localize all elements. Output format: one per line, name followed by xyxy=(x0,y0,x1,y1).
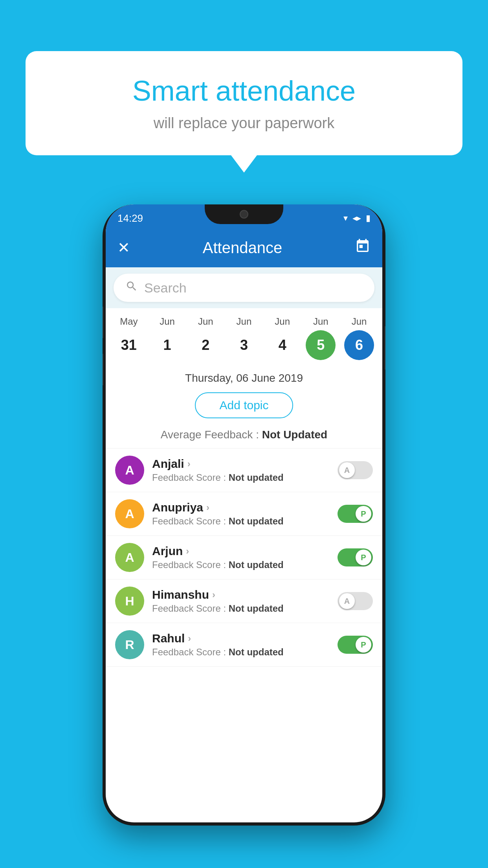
search-bar[interactable]: Search xyxy=(114,274,374,302)
student-info: Himanshu ›Feedback Score : Not updated xyxy=(152,588,330,614)
feedback-value: Not updated xyxy=(229,647,284,657)
cal-month-label: May xyxy=(120,316,138,327)
battery-icon: ▮ xyxy=(366,213,371,223)
phone-screen: 14:29 ▾ ◂▸ ▮ ✕ Attendance xyxy=(106,204,382,822)
app-bar: ✕ Attendance xyxy=(106,228,382,267)
phone-wrapper: 14:29 ▾ ◂▸ ▮ ✕ Attendance xyxy=(103,204,385,826)
phone-notch xyxy=(205,204,283,224)
avg-feedback-value: Not Updated xyxy=(262,428,327,441)
speech-bubble: Smart attendance will replace your paper… xyxy=(26,51,462,155)
student-item[interactable]: AAnupriya ›Feedback Score : Not updatedP xyxy=(106,492,382,536)
cal-date-number[interactable]: 4 xyxy=(268,330,297,360)
cal-month-label: Jun xyxy=(313,316,328,327)
calendar-button[interactable] xyxy=(355,238,371,257)
bubble-subtitle: will replace your paperwork xyxy=(57,115,431,132)
cal-month-label: Jun xyxy=(237,316,252,327)
calendar-day[interactable]: Jun4 xyxy=(265,316,300,360)
attendance-toggle[interactable]: P xyxy=(338,636,373,654)
student-info: Rahul ›Feedback Score : Not updated xyxy=(152,632,330,658)
calendar-day[interactable]: Jun2 xyxy=(188,316,223,360)
signal-icon: ◂▸ xyxy=(352,213,361,223)
student-chevron: › xyxy=(206,502,209,513)
volume-up-button[interactable] xyxy=(103,307,103,338)
student-name: Anjali › xyxy=(152,457,330,471)
student-name: Anupriya › xyxy=(152,501,330,514)
calendar-day[interactable]: May31 xyxy=(111,316,147,360)
toggle-thumb: A xyxy=(339,462,355,478)
toggle-thumb: A xyxy=(339,593,355,609)
selected-date: Thursday, 06 June 2019 xyxy=(106,364,382,389)
student-avatar: A xyxy=(115,543,144,572)
student-info: Arjun ›Feedback Score : Not updated xyxy=(152,544,330,570)
student-item[interactable]: RRahul ›Feedback Score : Not updatedP xyxy=(106,623,382,667)
cal-date-number[interactable]: 1 xyxy=(152,330,182,360)
student-chevron: › xyxy=(187,458,191,469)
status-time: 14:29 xyxy=(117,212,143,224)
cal-date-number[interactable]: 2 xyxy=(191,330,220,360)
power-button[interactable] xyxy=(385,326,385,370)
cal-date-number[interactable]: 5 xyxy=(306,330,336,360)
toggle-container[interactable]: P xyxy=(338,548,373,566)
add-topic-section: Add topic xyxy=(106,389,382,425)
feedback-value: Not updated xyxy=(229,472,284,483)
calendar-day[interactable]: Jun6 xyxy=(341,316,377,360)
close-button[interactable]: ✕ xyxy=(117,239,130,256)
attendance-toggle[interactable]: A xyxy=(338,461,373,479)
student-name: Himanshu › xyxy=(152,588,330,601)
cal-date-number[interactable]: 31 xyxy=(114,330,144,360)
student-avatar: H xyxy=(115,587,144,616)
wifi-icon: ▾ xyxy=(343,213,348,223)
app-bar-title: Attendance xyxy=(203,239,282,257)
student-feedback: Feedback Score : Not updated xyxy=(152,559,330,570)
cal-month-label: Jun xyxy=(352,316,367,327)
student-item[interactable]: AAnjali ›Feedback Score : Not updatedA xyxy=(106,449,382,492)
student-feedback: Feedback Score : Not updated xyxy=(152,647,330,658)
student-chevron: › xyxy=(212,589,215,600)
speech-bubble-area: Smart attendance will replace your paper… xyxy=(26,51,462,155)
student-feedback: Feedback Score : Not updated xyxy=(152,516,330,527)
student-chevron: › xyxy=(186,546,189,557)
add-topic-button[interactable]: Add topic xyxy=(195,392,293,418)
student-list: AAnjali ›Feedback Score : Not updatedAAA… xyxy=(106,449,382,667)
toggle-container[interactable]: P xyxy=(338,505,373,523)
toggle-container[interactable]: A xyxy=(338,461,373,479)
attendance-toggle[interactable]: A xyxy=(338,592,373,610)
toggle-container[interactable]: A xyxy=(338,592,373,610)
cal-month-label: Jun xyxy=(198,316,213,327)
student-feedback: Feedback Score : Not updated xyxy=(152,472,330,483)
student-avatar: A xyxy=(115,456,144,485)
student-feedback: Feedback Score : Not updated xyxy=(152,603,330,614)
phone-outer: 14:29 ▾ ◂▸ ▮ ✕ Attendance xyxy=(103,204,385,826)
avg-feedback-label: Average Feedback : xyxy=(161,428,262,441)
search-placeholder: Search xyxy=(144,280,187,296)
feedback-value: Not updated xyxy=(229,559,284,570)
feedback-value: Not updated xyxy=(229,603,284,614)
search-icon xyxy=(125,280,138,296)
toggle-thumb: P xyxy=(356,550,371,565)
cal-date-number[interactable]: 6 xyxy=(344,330,374,360)
student-item[interactable]: HHimanshu ›Feedback Score : Not updatedA xyxy=(106,579,382,623)
search-bar-container: Search xyxy=(106,267,382,308)
avg-feedback: Average Feedback : Not Updated xyxy=(106,425,382,449)
cal-date-number[interactable]: 3 xyxy=(229,330,259,360)
cal-month-label: Jun xyxy=(275,316,290,327)
volume-down-button[interactable] xyxy=(103,354,103,385)
student-avatar: A xyxy=(115,499,144,528)
student-chevron: › xyxy=(188,633,191,644)
calendar-day[interactable]: Jun5 xyxy=(303,316,338,360)
student-item[interactable]: AArjun ›Feedback Score : Not updatedP xyxy=(106,536,382,579)
calendar-day[interactable]: Jun3 xyxy=(226,316,262,360)
student-name: Arjun › xyxy=(152,544,330,558)
cal-month-label: Jun xyxy=(160,316,175,327)
student-info: Anjali ›Feedback Score : Not updated xyxy=(152,457,330,483)
toggle-container[interactable]: P xyxy=(338,636,373,654)
toggle-thumb: P xyxy=(356,637,371,653)
attendance-toggle[interactable]: P xyxy=(338,548,373,566)
attendance-toggle[interactable]: P xyxy=(338,505,373,523)
bubble-title: Smart attendance xyxy=(57,75,431,107)
toggle-thumb: P xyxy=(356,506,371,522)
calendar-row: May31Jun1Jun2Jun3Jun4Jun5Jun6 xyxy=(106,308,382,364)
status-icons: ▾ ◂▸ ▮ xyxy=(343,213,371,223)
calendar-day[interactable]: Jun1 xyxy=(150,316,185,360)
student-avatar: R xyxy=(115,630,144,659)
